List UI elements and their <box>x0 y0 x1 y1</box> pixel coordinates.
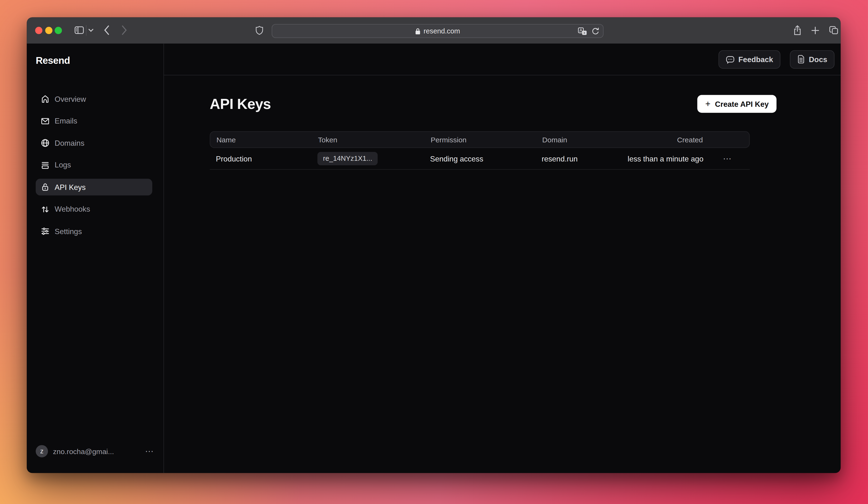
globe-icon <box>41 139 50 148</box>
table-row: Production re_14NYz1X1... Sending access… <box>210 148 750 170</box>
column-header-permission: Permission <box>431 135 542 144</box>
feedback-button[interactable]: Feedback <box>719 50 781 68</box>
resend-logo[interactable]: Resend <box>36 55 163 67</box>
resend-app: Resend Overview <box>27 43 840 473</box>
api-keys-table: Name Token Permission Domain Created Pro… <box>210 131 750 170</box>
sidebar-item-settings[interactable]: Settings <box>36 223 153 240</box>
column-header-name: Name <box>210 135 318 144</box>
sidebar-item-emails[interactable]: Emails <box>36 112 153 129</box>
sidebar-item-label: Domains <box>55 139 84 147</box>
account-row[interactable]: z zno.rocha@gmai... ⋯ <box>36 445 155 457</box>
arrows-up-down-icon <box>41 205 50 213</box>
column-header-domain: Domain <box>542 135 619 144</box>
privacy-shield-icon[interactable] <box>256 26 264 36</box>
plus-icon: + <box>705 99 711 108</box>
svg-text:A: A <box>580 28 582 32</box>
sidebar-item-api-keys[interactable]: API Keys <box>36 179 153 195</box>
table-header-row: Name Token Permission Domain Created <box>210 131 750 148</box>
translate-icon[interactable]: A x <box>578 27 587 35</box>
forward-button-icon[interactable] <box>121 25 127 35</box>
sliders-icon <box>41 227 50 235</box>
new-tab-icon[interactable] <box>811 26 819 34</box>
desktop-background: resend.com A x <box>0 0 868 504</box>
address-bar[interactable]: resend.com A x <box>272 24 604 38</box>
sidebar-item-label: Emails <box>55 117 77 125</box>
account-menu-icon[interactable]: ⋯ <box>145 446 154 456</box>
cell-domain: resend.run <box>541 154 618 163</box>
sidebar-item-label: Webhooks <box>55 205 90 213</box>
docs-label: Docs <box>809 55 827 63</box>
account-email: zno.rocha@gmai... <box>53 447 114 455</box>
close-window-button[interactable] <box>35 27 42 34</box>
create-api-key-label: Create API Key <box>715 100 769 108</box>
sidebar-toggle-icon[interactable] <box>74 26 84 34</box>
share-icon[interactable] <box>793 25 802 36</box>
sidebar-item-overview[interactable]: Overview <box>36 91 153 107</box>
mail-icon <box>41 116 50 125</box>
cell-name: Production <box>210 154 317 163</box>
reload-icon[interactable] <box>592 27 599 35</box>
sidebar: Resend Overview <box>27 43 164 473</box>
feedback-label: Feedback <box>738 55 773 63</box>
sidebar-item-label: Settings <box>55 227 82 235</box>
column-header-token: Token <box>318 135 431 144</box>
create-api-key-button[interactable]: + Create API Key <box>698 95 776 113</box>
browser-window: resend.com A x <box>27 17 840 473</box>
avatar: z <box>36 445 48 457</box>
docs-button[interactable]: Docs <box>790 50 835 68</box>
sidebar-item-webhooks[interactable]: Webhooks <box>36 201 153 218</box>
toolbar-separator <box>86 25 86 36</box>
https-lock-icon <box>415 28 421 34</box>
main-area: Feedback Docs <box>164 43 840 473</box>
page-header: Feedback Docs <box>164 43 840 75</box>
minimize-window-button[interactable] <box>45 27 52 34</box>
column-header-created: Created <box>619 135 705 144</box>
feedback-bubble-icon <box>725 55 734 63</box>
sidebar-item-label: Overview <box>55 94 86 103</box>
row-menu-icon[interactable]: ⋯ <box>723 154 732 164</box>
lock-icon <box>41 183 50 192</box>
token-chip[interactable]: re_14NYz1X1... <box>317 152 378 165</box>
sidebar-item-label: API Keys <box>55 183 86 191</box>
url-text: resend.com <box>424 27 460 35</box>
document-icon <box>797 55 805 63</box>
logs-icon <box>41 161 50 169</box>
zoom-window-button[interactable] <box>55 27 62 34</box>
browser-toolbar: resend.com A x <box>27 17 840 43</box>
cell-created: less than a minute ago <box>618 154 705 163</box>
sidebar-item-logs[interactable]: Logs <box>36 157 153 173</box>
sidebar-nav: Overview Emails <box>36 91 153 240</box>
page-title: API Keys <box>210 95 271 112</box>
back-button-icon[interactable] <box>104 25 110 35</box>
sidebar-item-label: Logs <box>55 161 71 169</box>
home-icon <box>41 94 50 103</box>
sidebar-item-domains[interactable]: Domains <box>36 134 153 151</box>
chevron-down-icon[interactable] <box>88 28 94 32</box>
cell-permission: Sending access <box>430 154 542 163</box>
svg-text:x: x <box>583 30 585 34</box>
page-content: API Keys + Create API Key Name Token Per… <box>164 75 840 170</box>
tab-overview-icon[interactable] <box>829 26 838 36</box>
